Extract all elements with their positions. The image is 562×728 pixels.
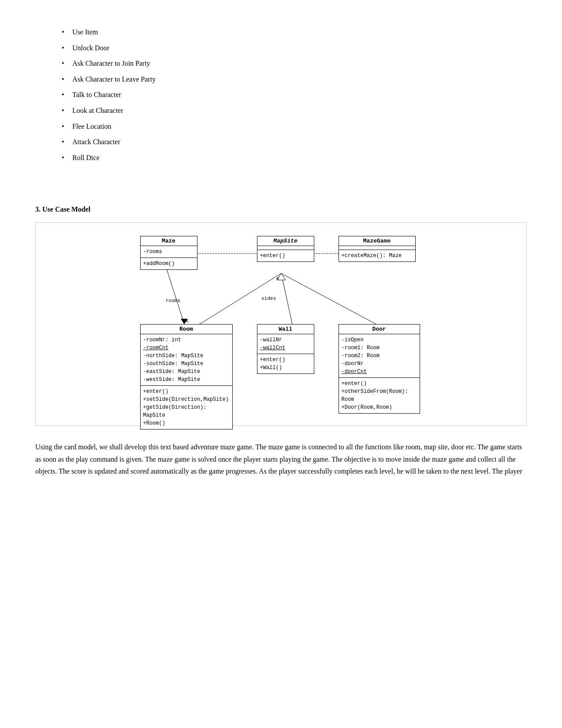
room-class-name: Room [141,325,232,334]
uml-class-wall: Wall -wallNr -wallCnt +enter() +Wall() [257,324,314,374]
mapsite-attrs [257,246,314,250]
list-item-look: Look at Character [62,105,527,116]
wall-class-name: Wall [257,325,314,334]
mazegame-class-name: MazeGame [339,236,415,246]
svg-line-5 [281,273,292,324]
uml-class-room: Room -roomNr: int -roomCnt -northSide: M… [140,324,233,429]
uml-diagram-container: rooms 1 sides 4 Maze [35,222,527,426]
uml-class-door: Door -isOpen -room1: Room -room2: Room -… [339,324,420,414]
uml-class-mapsite: MapSite +enter() [257,236,314,262]
bullet-list: Use Item Unlock Door Ask Character to Jo… [35,26,527,163]
list-item-use-item: Use Item [62,26,527,38]
list-item-ask-leave: Ask Character to Leave Party [62,74,527,85]
door-attrs: -isOpen -room1: Room -room2: Room -doorN… [339,334,420,378]
maze-class-name: Maze [141,236,197,246]
list-item-ask-join: Ask Character to Join Party [62,58,527,69]
svg-text:1: 1 [186,318,189,323]
svg-marker-7 [277,273,286,280]
svg-text:4: 4 [276,276,279,281]
maze-methods: +addRoom() [141,258,197,269]
mapsite-methods: +enter() [257,250,314,261]
wall-methods: +enter() +Wall() [257,354,314,373]
svg-text:sides: sides [261,296,276,301]
list-item-attack: Attack Character [62,136,527,148]
svg-marker-1 [181,319,188,324]
mazegame-attrs [339,246,415,250]
uml-class-maze: Maze -rooms +addRoom() [140,236,197,270]
list-item-flee: Flee Location [62,121,527,132]
list-item-roll: Roll Dice [62,152,527,164]
svg-line-0 [167,269,184,324]
room-attrs: -roomNr: int -roomCnt -northSide: MapSit… [141,334,232,386]
svg-line-6 [281,273,376,324]
wall-attrs: -wallNr -wallCnt [257,334,314,354]
room-methods: +enter() +setSide(Direction,MapSite) +ge… [141,386,232,429]
mapsite-class-name: MapSite [257,236,314,246]
list-item-unlock-door: Unlock Door [62,42,527,54]
door-methods: +enter() +otherSideFrom(Room): Room +Doo… [339,378,420,413]
maze-attrs: -rooms [141,246,197,258]
mazegame-methods: +createMaze(): Maze [339,250,415,261]
uml-diagram: rooms 1 sides 4 Maze [127,231,435,417]
list-item-talk: Talk to Character [62,89,527,101]
uml-class-mazegame: MazeGame +createMaze(): Maze [339,236,416,262]
svg-line-4 [200,273,281,324]
door-class-name: Door [339,325,420,334]
body-paragraph: Using the card model, we shall develop t… [35,441,527,477]
svg-text:rooms: rooms [166,298,180,303]
section3-heading: 3. Use Case Model [35,205,527,213]
